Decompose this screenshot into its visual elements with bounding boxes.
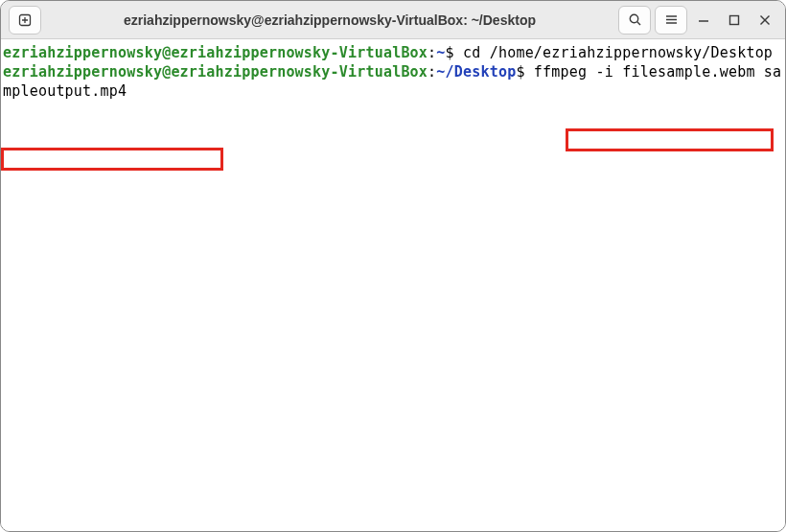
new-tab-icon	[17, 12, 33, 28]
close-button[interactable]	[752, 8, 777, 33]
minimize-button[interactable]	[691, 8, 716, 33]
hamburger-icon	[664, 12, 679, 27]
prompt-path: ~	[436, 44, 445, 61]
svg-rect-9	[730, 15, 739, 24]
minimize-icon	[698, 14, 709, 26]
prompt-colon: :	[428, 44, 436, 61]
maximize-button[interactable]	[722, 8, 747, 33]
prompt-dollar: $	[446, 44, 463, 61]
command-text: cd /home/ezriahzippernowsky/Desktop	[463, 44, 773, 61]
prompt-userhost: ezriahzippernowsky@ezriahzippernowsky-Vi…	[3, 63, 428, 81]
close-icon	[759, 14, 771, 26]
search-icon	[628, 12, 642, 27]
svg-point-3	[630, 14, 637, 22]
annotation-highlight	[1, 148, 223, 171]
annotation-highlight	[566, 128, 774, 151]
prompt-userhost: ezriahzippernowsky@ezriahzippernowsky-Vi…	[3, 44, 428, 61]
prompt-colon: :	[428, 63, 436, 81]
prompt-dollar: $	[516, 63, 533, 81]
terminal-content[interactable]: ezriahzippernowsky@ezriahzippernowsky-Vi…	[1, 39, 785, 531]
titlebar[interactable]: ezriahzippernowsky@ezriahzippernowsky-Vi…	[1, 1, 785, 39]
terminal-window: ezriahzippernowsky@ezriahzippernowsky-Vi…	[0, 0, 786, 532]
menu-button[interactable]	[655, 6, 687, 35]
svg-line-4	[636, 22, 639, 25]
new-tab-button[interactable]	[9, 6, 41, 35]
search-button[interactable]	[618, 6, 651, 35]
prompt-path: ~/Desktop	[436, 63, 516, 81]
window-title: ezriahzippernowsky@ezriahzippernowsky-Vi…	[45, 12, 614, 28]
maximize-icon	[728, 14, 740, 26]
